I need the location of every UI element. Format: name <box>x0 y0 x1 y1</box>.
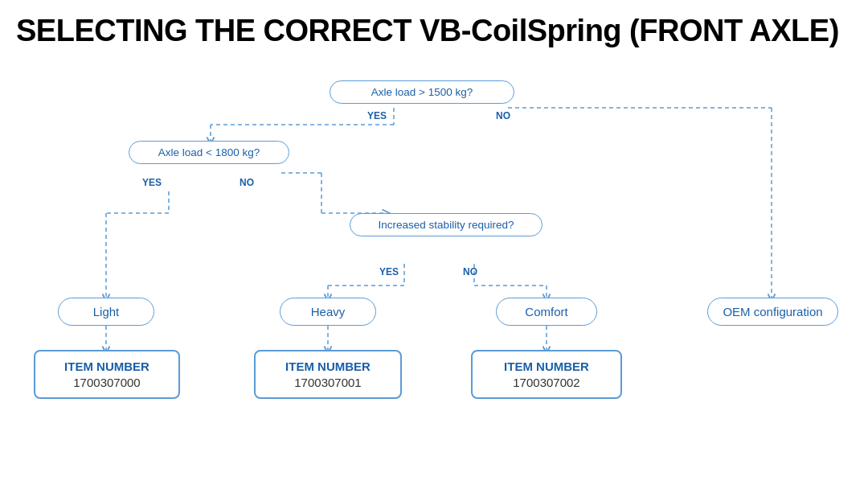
item1-number: 1700307001 <box>265 376 391 389</box>
decision3-no: NO <box>463 266 477 277</box>
decision1-yes: YES <box>367 110 387 121</box>
item-box-0: ITEM NUMBER 1700307000 <box>34 350 180 399</box>
decision1-no: NO <box>496 110 510 121</box>
decision-box-1: Axle load > 1500 kg? <box>330 80 514 104</box>
item0-label: ITEM NUMBER <box>45 360 169 374</box>
item2-label: ITEM NUMBER <box>482 360 611 374</box>
decision2-no: NO <box>240 177 254 188</box>
decision-box-3: Increased stability required? <box>350 213 542 236</box>
item2-number: 1700307002 <box>482 376 611 389</box>
result-oem: OEM configuration <box>707 298 838 326</box>
result-comfort: Comfort <box>496 298 597 326</box>
page: SELECTING THE CORRECT VB-CoilSpring (FRO… <box>0 0 868 489</box>
decision2-yes: YES <box>142 177 162 188</box>
item1-label: ITEM NUMBER <box>265 360 391 374</box>
decision3-yes: YES <box>379 266 399 277</box>
decision-box-2: Axle load < 1800 kg? <box>129 141 289 164</box>
result-light: Light <box>58 298 154 326</box>
result-heavy: Heavy <box>280 298 376 326</box>
item-box-2: ITEM NUMBER 1700307002 <box>471 350 622 399</box>
item-box-1: ITEM NUMBER 1700307001 <box>254 350 402 399</box>
page-title: SELECTING THE CORRECT VB-CoilSpring (FRO… <box>16 14 852 48</box>
item0-number: 1700307000 <box>45 376 169 389</box>
diagram-area: Axle load > 1500 kg? YES NO Axle load < … <box>16 56 852 450</box>
